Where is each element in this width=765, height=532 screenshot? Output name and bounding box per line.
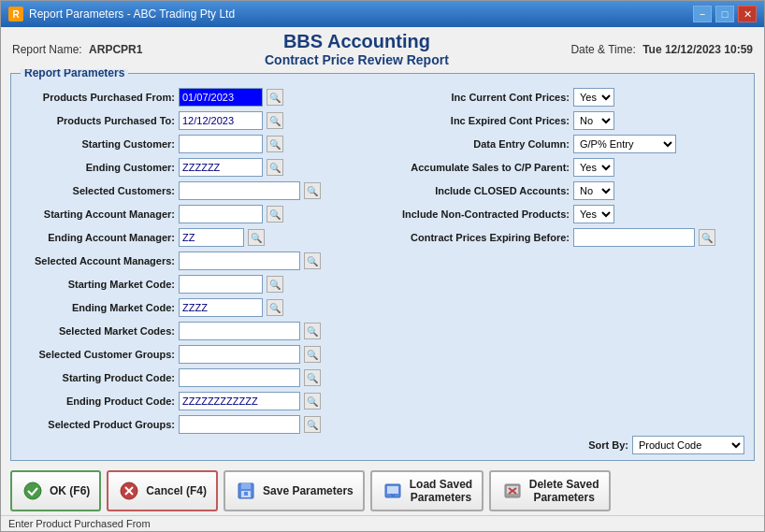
label-non-contracted: Include Non-Contracted Products:	[387, 208, 570, 220]
input-products-to[interactable]	[179, 111, 263, 130]
form-row-starting-market: Starting Market Code: 🔍	[21, 274, 378, 295]
input-expiring[interactable]	[573, 228, 695, 247]
search-selected-product-groups[interactable]: 🔍	[304, 416, 321, 433]
form-row-starting-acct-mgr: Starting Account Manager: 🔍	[21, 204, 378, 224]
delete-parameters-button[interactable]: Delete SavedParameters	[489, 470, 611, 511]
cancel-label: Cancel (F4)	[146, 484, 207, 497]
form-row-inc-current: Inc Current Cont Prices: Yes No	[387, 87, 744, 108]
input-ending-acct-mgr[interactable]	[179, 228, 244, 247]
label-accumulate: Accumulate Sales to C/P Parent:	[387, 162, 570, 173]
select-accumulate[interactable]: Yes No	[573, 158, 614, 177]
header-center: BBS Accounting Contract Price Review Rep…	[142, 31, 570, 67]
cancel-button[interactable]: Cancel (F4)	[107, 470, 218, 511]
input-starting-market[interactable]	[179, 275, 263, 294]
main-content: Report Parameters Products Purchased Fro…	[1, 69, 764, 465]
search-ending-customer[interactable]: 🔍	[267, 159, 283, 176]
select-inc-expired[interactable]: No Yes	[573, 111, 614, 130]
input-selected-acct-mgr[interactable]	[179, 252, 300, 270]
sort-by-select[interactable]: Product Code Customer Code Market Code	[632, 436, 744, 454]
search-ending-acct-mgr[interactable]: 🔍	[248, 229, 265, 246]
delete-label: Delete SavedParameters	[529, 478, 599, 505]
label-inc-expired: Inc Expired Cont Prices:	[387, 115, 570, 126]
datetime-label: Date & Time:	[570, 43, 635, 56]
input-ending-customer[interactable]	[179, 158, 263, 177]
label-selected-acct-mgr: Selected Account Managers:	[21, 255, 175, 266]
select-closed[interactable]: No Yes	[573, 181, 614, 200]
select-inc-current[interactable]: Yes No	[573, 88, 614, 107]
report-name-area: Report Name: ARPCPR1	[12, 43, 142, 56]
input-selected-market[interactable]	[179, 322, 300, 340]
search-selected-acct-mgr[interactable]: 🔍	[304, 252, 321, 269]
search-starting-product[interactable]: 🔍	[304, 369, 321, 386]
input-starting-acct-mgr[interactable]	[179, 205, 263, 223]
label-starting-acct-mgr: Starting Account Manager:	[21, 208, 175, 220]
form-row-ending-customer: Ending Customer: 🔍	[21, 157, 378, 178]
input-products-from[interactable]	[179, 88, 263, 107]
search-starting-customer[interactable]: 🔍	[267, 136, 283, 152]
search-selected-market[interactable]: 🔍	[304, 323, 321, 339]
sort-by-label: Sort By:	[588, 439, 628, 451]
svg-point-0	[24, 482, 41, 499]
search-selected-customer-groups[interactable]: 🔍	[304, 346, 321, 363]
group-legend: Report Parameters	[21, 69, 128, 79]
input-selected-customers[interactable]	[179, 181, 300, 200]
search-ending-market[interactable]: 🔍	[267, 299, 283, 316]
select-data-entry[interactable]: G/P% Entry Price Entry	[573, 135, 676, 153]
minimize-button[interactable]: −	[693, 6, 712, 22]
load-icon	[382, 480, 404, 502]
form-row-data-entry: Data Entry Column: G/P% Entry Price Entr…	[387, 134, 744, 154]
form-row-products-to: Products Purchased To: 🔍	[21, 110, 378, 131]
report-name-value: ARPCPR1	[89, 43, 142, 56]
search-starting-acct-mgr[interactable]: 🔍	[267, 206, 283, 223]
svg-rect-5	[241, 483, 251, 489]
search-ending-product[interactable]: 🔍	[304, 393, 321, 410]
form-row-selected-customer-groups: Selected Customer Groups: 🔍	[21, 344, 378, 365]
save-icon	[235, 480, 257, 502]
select-non-contracted[interactable]: Yes No	[573, 205, 614, 223]
label-starting-market: Starting Market Code:	[21, 279, 175, 290]
form-row-accumulate: Accumulate Sales to C/P Parent: Yes No	[387, 157, 744, 178]
datetime-area: Date & Time: Tue 12/12/2023 10:59	[570, 43, 753, 56]
form-row-ending-acct-mgr: Ending Account Manager: 🔍	[21, 227, 378, 248]
search-products-to[interactable]: 🔍	[267, 112, 283, 129]
svg-rect-7	[244, 492, 248, 496]
maximize-button[interactable]: □	[715, 6, 734, 22]
label-ending-customer: Ending Customer:	[21, 162, 175, 173]
form-row-products-from: Products Purchased From: 🔍	[21, 87, 378, 108]
input-ending-product[interactable]	[179, 392, 300, 410]
sort-by-row: Sort By: Product Code Customer Code Mark…	[387, 432, 744, 454]
ok-button[interactable]: OK (F6)	[10, 470, 101, 511]
input-selected-product-groups[interactable]	[179, 415, 300, 434]
label-expiring: Contract Prices Expiring Before:	[387, 232, 570, 243]
cancel-icon	[118, 480, 140, 502]
window-title: Report Parameters - ABC Trading Pty Ltd	[29, 7, 235, 21]
status-text: Enter Product Purchased From	[8, 518, 151, 529]
form-row-selected-acct-mgr: Selected Account Managers: 🔍	[21, 251, 378, 271]
app-title: BBS Accounting	[142, 31, 570, 52]
search-expiring[interactable]: 🔍	[699, 229, 715, 246]
svg-rect-9	[387, 486, 398, 494]
load-parameters-button[interactable]: Load SavedParameters	[370, 470, 484, 511]
report-params-group: Report Parameters Products Purchased Fro…	[10, 73, 755, 461]
search-products-from[interactable]: 🔍	[267, 89, 283, 106]
form-row-inc-expired: Inc Expired Cont Prices: No Yes	[387, 110, 744, 131]
title-bar: R Report Parameters - ABC Trading Pty Lt…	[1, 1, 764, 27]
report-header: Report Name: ARPCPR1 BBS Accounting Cont…	[1, 27, 764, 69]
label-products-to: Products Purchased To:	[21, 115, 175, 126]
input-ending-market[interactable]	[179, 298, 263, 317]
datetime-value: Tue 12/12/2023 10:59	[642, 43, 753, 56]
search-starting-market[interactable]: 🔍	[267, 276, 283, 293]
form-row-selected-market: Selected Market Codes: 🔍	[21, 321, 378, 341]
input-starting-customer[interactable]	[179, 135, 263, 153]
save-parameters-button[interactable]: Save Parameters	[224, 470, 365, 511]
ok-icon	[22, 480, 44, 502]
close-button[interactable]: ✕	[738, 6, 757, 22]
form-row-starting-product: Starting Product Code: 🔍	[21, 367, 378, 388]
status-bar: Enter Product Purchased From	[1, 515, 764, 531]
window-controls: − □ ✕	[693, 6, 757, 22]
search-selected-customers[interactable]: 🔍	[304, 182, 321, 199]
report-name-label: Report Name:	[12, 43, 82, 56]
form-row-selected-customers: Selected Customers: 🔍	[21, 180, 378, 201]
input-starting-product[interactable]	[179, 368, 300, 387]
input-selected-customer-groups[interactable]	[179, 345, 300, 364]
